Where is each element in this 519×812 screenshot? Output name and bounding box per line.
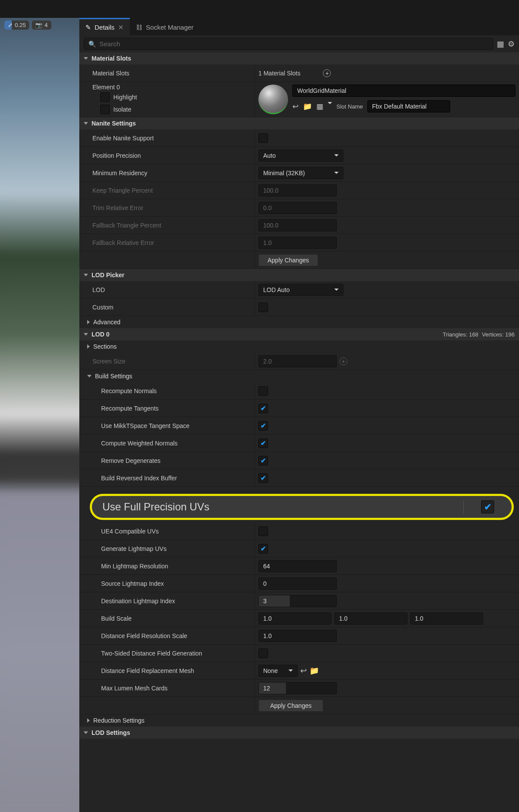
element0-label: Element 0 (79, 82, 254, 92)
viewport-speed-pill[interactable]: ⤢ 0.25 (4, 20, 29, 30)
mikktspace-label: Use MikkTSpace Tangent Space (79, 417, 255, 434)
chevron-down-icon (84, 122, 88, 125)
build-scale-x[interactable]: 1.0 (258, 612, 332, 625)
keep-triangle-label: Keep Triangle Percent (79, 182, 255, 199)
use-selected-icon[interactable]: ↩ (292, 102, 299, 111)
fallback-triangle-input: 100.0 (258, 219, 337, 231)
section-lod-settings[interactable]: LOD Settings (79, 727, 519, 739)
apply-changes-button[interactable]: Apply Changes (258, 254, 318, 266)
close-icon[interactable]: ✕ (118, 24, 124, 31)
browse-icon[interactable]: 📁 (309, 666, 319, 676)
build-scale-label: Build Scale (79, 610, 255, 627)
two-sided-df-checkbox[interactable] (258, 649, 268, 658)
max-lumen-input[interactable]: 12 (258, 682, 337, 694)
gear-icon[interactable]: ⚙ (508, 39, 515, 49)
recompute-tangents-label: Recompute Tangents (79, 400, 255, 417)
add-icon[interactable]: + (339, 357, 347, 365)
section-label: LOD Picker (92, 272, 124, 279)
min-residency-select[interactable]: Minimal (32KB) (258, 167, 343, 179)
fallback-triangle-label: Fallback Triangle Percent (79, 217, 255, 234)
checker-icon[interactable]: ▦ (316, 102, 323, 111)
screen-size-label: Screen Size (79, 353, 255, 370)
remove-degenerates-label: Remove Degenerates (79, 452, 255, 469)
remove-degenerates-checkbox[interactable] (258, 456, 268, 465)
df-resolution-input[interactable]: 1.0 (258, 630, 337, 642)
gen-lightmap-checkbox[interactable] (258, 544, 268, 554)
camera-icon: 📷 (35, 22, 42, 28)
search-input[interactable] (99, 40, 488, 48)
chevron-down-icon (84, 731, 88, 734)
build-settings-label: Build Settings (95, 373, 132, 380)
viewport-camera-pill[interactable]: 📷 4 (32, 20, 51, 30)
sections-row[interactable]: Sections (79, 340, 519, 353)
slot-name-input[interactable]: Fbx Default Material (367, 100, 450, 112)
section-label: LOD 0 (92, 331, 109, 338)
custom-checkbox[interactable] (258, 302, 268, 312)
section-material-slots[interactable]: Material Slots (79, 52, 519, 65)
material-slots-count: 1 Material Slots (258, 70, 300, 77)
advanced-row[interactable]: Advanced (79, 316, 519, 328)
lod-select[interactable]: LOD Auto (258, 284, 343, 296)
sections-label: Sections (93, 343, 117, 350)
add-material-slot-button[interactable]: + (323, 69, 331, 77)
dst-lightmap-input[interactable]: 3 (258, 595, 337, 607)
src-lightmap-label: Source Lightmap Index (79, 575, 255, 592)
df-replacement-value: None (263, 667, 278, 674)
isolate-checkbox[interactable] (100, 105, 110, 114)
use-selected-icon[interactable]: ↩ (300, 666, 307, 676)
tab-details[interactable]: ✎ Details ✕ (79, 18, 130, 35)
gen-lightmap-label: Generate Lightmap UVs (79, 540, 255, 557)
panel-tabs: ✎ Details ✕ ⛓ Socket Manager (79, 18, 519, 35)
min-lightmap-input[interactable]: 64 (258, 560, 337, 572)
full-precision-uvs-label: Use Full Precision UVs (102, 501, 463, 513)
build-scale-y[interactable]: 1.0 (334, 612, 407, 625)
advanced-label: Advanced (93, 319, 120, 326)
browse-icon[interactable]: 📁 (303, 102, 312, 111)
grid-view-icon[interactable]: ▦ (497, 39, 504, 49)
chevron-down-icon (84, 333, 88, 336)
src-lightmap-input[interactable]: 0 (258, 578, 337, 590)
build-scale-z[interactable]: 1.0 (410, 612, 483, 625)
highlight-checkbox[interactable] (100, 92, 110, 102)
weighted-normals-checkbox[interactable] (258, 438, 268, 448)
reduction-settings-row[interactable]: Reduction Settings (79, 714, 519, 727)
recompute-normals-label: Recompute Normals (79, 382, 255, 399)
app-topbar (0, 0, 519, 18)
mikktspace-checkbox[interactable] (258, 421, 268, 431)
df-replacement-label: Distance Field Replacement Mesh (79, 662, 255, 679)
brush-icon: ✎ (85, 24, 91, 31)
material-name-input[interactable]: WorldGridMaterial (292, 85, 516, 97)
viewport-camera-value: 4 (44, 22, 47, 28)
section-lod0[interactable]: LOD 0 Triangles: 168 Vertices: 196 (79, 328, 519, 340)
reversed-index-checkbox[interactable] (258, 473, 268, 483)
position-precision-select[interactable]: Auto (258, 149, 343, 162)
section-nanite[interactable]: Nanite Settings (79, 117, 519, 129)
vertices-info: Vertices: 196 (482, 331, 515, 338)
search-wrap[interactable]: 🔍 (84, 38, 493, 50)
build-settings-row[interactable]: Build Settings (79, 370, 519, 382)
recompute-tangents-checkbox[interactable] (258, 404, 268, 413)
viewport-3d[interactable]: ⤢ 0.25 📷 4 (0, 18, 79, 812)
recompute-normals-checkbox[interactable] (258, 386, 268, 396)
section-label: LOD Settings (92, 729, 130, 736)
highlight-label: Highlight (113, 94, 137, 101)
enable-nanite-checkbox[interactable] (258, 133, 268, 143)
chevron-down-icon[interactable] (328, 102, 332, 104)
chevron-down-icon (288, 669, 293, 672)
chevron-down-icon (87, 375, 92, 377)
ue4-uvs-checkbox[interactable] (258, 527, 268, 536)
apply-changes-button[interactable]: Apply Changes (258, 700, 323, 712)
chevron-right-icon (87, 718, 90, 723)
use-full-precision-uvs-row: Use Full Precision UVs (90, 494, 514, 520)
socket-icon: ⛓ (136, 24, 142, 31)
material-thumbnail[interactable] (258, 85, 288, 114)
min-residency-label: Minimum Residency (79, 164, 255, 181)
full-precision-uvs-checkbox[interactable] (481, 500, 494, 513)
viewport-speed-value: 0.25 (15, 22, 26, 28)
slot-name-value: Fbx Default Material (372, 103, 427, 110)
section-lod-picker[interactable]: LOD Picker (79, 269, 519, 281)
tab-socket-manager[interactable]: ⛓ Socket Manager (130, 18, 200, 35)
enable-nanite-label: Enable Nanite Support (79, 129, 255, 146)
df-replacement-select[interactable]: None (258, 665, 298, 677)
tab-details-label: Details (95, 24, 115, 31)
